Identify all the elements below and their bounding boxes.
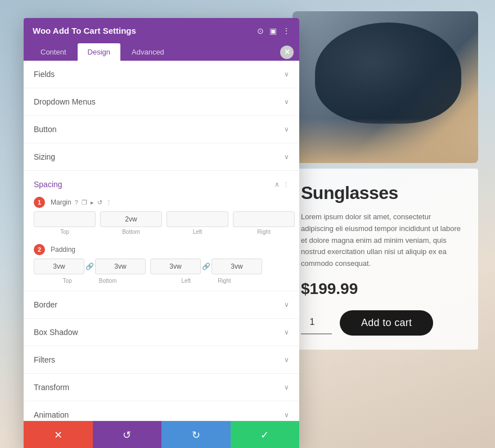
quantity-input[interactable]	[301, 311, 332, 334]
transform-label: Transform	[34, 383, 69, 392]
button-chevron: ∨	[284, 125, 289, 133]
section-dropdown[interactable]: Dropdown Menus ∨	[24, 88, 299, 116]
padding-top-input[interactable]	[34, 259, 84, 274]
padding-right-linked-input[interactable]	[212, 259, 262, 274]
boxshadow-chevron: ∨	[284, 328, 289, 336]
margin-right-label: Right	[257, 229, 270, 235]
margin-bottom-col: Bottom	[100, 211, 162, 235]
padding-left-group: 🔗	[150, 259, 262, 274]
padding-top-link-icon: 🔗	[86, 263, 94, 270]
cancel-button[interactable]: ✕	[24, 421, 93, 448]
button-label: Button	[34, 125, 56, 134]
expand-icon[interactable]: ▣	[269, 26, 277, 35]
tab-design[interactable]: Design	[78, 43, 120, 61]
section-spacing: Spacing ∧ ⋮ 1 Margin ? ❐ ▸ ↺ ⋮	[24, 171, 299, 291]
padding-left-input[interactable]	[150, 259, 201, 274]
padding-bottom-linked-input[interactable]	[95, 259, 146, 274]
padding-left-link-icon: 🔗	[202, 263, 210, 270]
margin-more-icon[interactable]: ⋮	[106, 199, 112, 206]
padding-inputs: 🔗 Top Bottom 🔗	[34, 259, 289, 284]
animation-label: Animation	[34, 410, 69, 419]
margin-label: Margin	[51, 198, 71, 206]
add-to-cart-row: Add to cart	[301, 310, 464, 336]
section-sizing[interactable]: Sizing ∨	[24, 143, 299, 171]
padding-label: Padding	[51, 246, 75, 254]
margin-group: 1 Margin ? ❐ ▸ ↺ ⋮ Top Bottom	[24, 194, 299, 242]
more-options-icon[interactable]: ⋮	[282, 26, 290, 35]
margin-top-col: Top	[34, 211, 96, 235]
margin-help-icon[interactable]: ?	[75, 199, 78, 206]
redo-button[interactable]: ↻	[161, 421, 231, 448]
padding-left-label: Left	[181, 278, 191, 284]
panel-header: Woo Add To Cart Settings ⊙ ▣ ⋮	[24, 18, 299, 43]
section-transform[interactable]: Transform ∨	[24, 374, 299, 401]
minimize-icon[interactable]: ⊙	[257, 26, 264, 35]
fields-label: Fields	[34, 70, 55, 79]
margin-badge: 1	[34, 197, 45, 208]
fields-chevron: ∨	[284, 70, 289, 78]
settings-panel: Woo Add To Cart Settings ⊙ ▣ ⋮ Content D…	[24, 18, 299, 448]
margin-right-col: Right	[233, 211, 295, 235]
section-filters[interactable]: Filters ∨	[24, 346, 299, 374]
spacing-header-right: ∧ ⋮	[274, 180, 289, 188]
margin-reset-icon[interactable]: ↺	[97, 199, 102, 206]
dropdown-chevron: ∨	[284, 98, 289, 106]
margin-left-input[interactable]	[166, 211, 228, 227]
padding-badge: 2	[34, 244, 45, 255]
sizing-chevron: ∨	[284, 153, 289, 161]
panel-tabs: Content Design Advanced ✕	[24, 43, 299, 61]
close-button[interactable]: ✕	[280, 46, 294, 59]
padding-group: 2 Padding 🔗 Top Bottom	[24, 242, 299, 291]
margin-bottom-input[interactable]	[100, 211, 162, 227]
panel-title: Woo Add To Cart Settings	[33, 26, 136, 35]
filters-label: Filters	[34, 355, 55, 364]
margin-left-label: Left	[193, 229, 202, 235]
panel-footer: ✕ ↺ ↻ ✓	[24, 420, 299, 448]
margin-top-input[interactable]	[34, 211, 96, 227]
product-title: Sunglasses	[301, 183, 464, 203]
transform-chevron: ∨	[284, 383, 289, 391]
add-to-cart-button[interactable]: Add to cart	[340, 310, 433, 336]
section-animation[interactable]: Animation ∨	[24, 401, 299, 420]
product-info-panel: Sunglasses Lorem ipsum dolor sit amet, c…	[287, 169, 478, 350]
tab-content[interactable]: Content	[30, 43, 76, 61]
margin-arrow-icon[interactable]: ▸	[91, 199, 94, 206]
padding-top-col: 🔗 Top Bottom	[34, 259, 146, 284]
section-boxshadow[interactable]: Box Shadow ∨	[24, 319, 299, 346]
product-image	[292, 11, 478, 163]
section-fields[interactable]: Fields ∨	[24, 61, 299, 88]
section-border[interactable]: Border ∨	[24, 291, 299, 319]
dropdown-label: Dropdown Menus	[34, 97, 96, 106]
sizing-label: Sizing	[34, 152, 55, 161]
margin-inputs: Top Bottom Left Right	[34, 211, 289, 235]
margin-left-col: Left	[166, 211, 228, 235]
animation-chevron: ∨	[284, 411, 289, 419]
spacing-title: Spacing	[34, 180, 62, 189]
padding-left-col: 🔗 Left Right	[150, 259, 262, 284]
border-chevron: ∨	[284, 301, 289, 309]
product-description: Lorem ipsum dolor sit amet, consectetur …	[301, 211, 464, 270]
filters-chevron: ∨	[284, 356, 289, 364]
spacing-chevron-up[interactable]: ∧	[274, 180, 280, 188]
product-price: $199.99	[301, 280, 464, 298]
section-button[interactable]: Button ∨	[24, 116, 299, 143]
padding-header: 2 Padding	[34, 244, 289, 255]
tab-advanced[interactable]: Advanced	[122, 43, 174, 61]
padding-right-label: Right	[218, 278, 231, 284]
undo-button[interactable]: ↺	[93, 421, 162, 448]
margin-right-input[interactable]	[233, 211, 295, 227]
boxshadow-label: Box Shadow	[34, 328, 78, 337]
padding-top-group: 🔗	[34, 259, 146, 274]
margin-bottom-label: Bottom	[122, 229, 140, 235]
padding-top-label: Top	[63, 278, 72, 284]
margin-copy-icon[interactable]: ❐	[82, 199, 87, 206]
spacing-header: Spacing ∧ ⋮	[24, 171, 299, 194]
spacing-more-icon[interactable]: ⋮	[283, 181, 289, 188]
padding-bottom-label: Bottom	[99, 278, 117, 284]
header-icons: ⊙ ▣ ⋮	[257, 26, 290, 35]
save-button[interactable]: ✓	[231, 421, 300, 448]
margin-top-label: Top	[60, 229, 69, 235]
panel-body: Fields ∨ Dropdown Menus ∨ Button ∨ Sizin…	[24, 61, 299, 420]
margin-header: 1 Margin ? ❐ ▸ ↺ ⋮	[34, 197, 289, 208]
border-label: Border	[34, 300, 57, 309]
